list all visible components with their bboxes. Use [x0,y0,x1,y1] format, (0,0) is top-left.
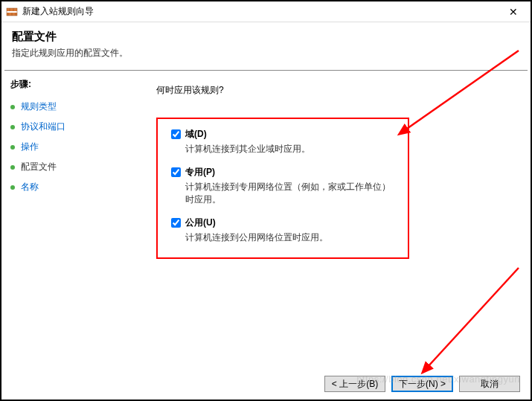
wizard-footer: < 上一步(B) 下一步(N) > 取消 [324,376,520,392]
option-domain-row[interactable]: 域(D) [171,128,394,141]
step-label: 配置文件 [21,161,57,173]
step-label: 操作 [21,141,39,153]
step-label: 协议和端口 [21,121,65,133]
options-highlight-box: 域(D) 计算机连接到其企业域时应用。 专用(P) 计算机连接到专用网络位置（例… [156,118,409,259]
svg-rect-0 [7,8,17,11]
page-title: 配置文件 [12,30,520,44]
checkbox-public[interactable] [171,218,181,228]
wizard-window: 新建入站规则向导 ✕ 配置文件 指定此规则应用的配置文件。 步骤: 规则类型 协… [0,0,532,401]
window-title: 新建入站规则向导 [22,5,501,18]
step-action[interactable]: 操作 [10,137,135,157]
option-public-row[interactable]: 公用(U) [171,216,394,229]
option-public: 公用(U) 计算机连接到公用网络位置时应用。 [171,216,394,244]
close-button[interactable]: ✕ [501,2,526,22]
prompt-text: 何时应用该规则? [156,84,516,97]
next-button[interactable]: 下一步(N) > [391,376,453,392]
steps-title: 步骤: [10,78,135,91]
step-protocol-port[interactable]: 协议和端口 [10,117,135,137]
wizard-header: 配置文件 指定此规则应用的配置文件。 [1,22,531,70]
checkbox-private[interactable] [171,167,181,177]
step-rule-type[interactable]: 规则类型 [10,97,135,117]
close-icon: ✕ [509,6,518,18]
back-button[interactable]: < 上一步(B) [324,376,385,392]
option-private-row[interactable]: 专用(P) [171,166,394,179]
option-domain: 域(D) 计算机连接到其企业域时应用。 [171,128,394,155]
bullet-icon [10,145,15,150]
bullet-icon [10,105,15,109]
checkbox-domain[interactable] [171,129,181,139]
step-profile[interactable]: 配置文件 [10,157,135,177]
firewall-icon [6,6,18,18]
bullet-icon [10,185,15,190]
titlebar: 新建入站规则向导 ✕ [1,1,531,22]
step-label: 规则类型 [21,100,57,113]
option-public-desc: 计算机连接到公用网络位置时应用。 [185,231,394,244]
option-domain-label: 域(D) [185,128,207,141]
option-private-label: 专用(P) [185,166,215,179]
step-label: 名称 [21,181,39,193]
option-private-desc: 计算机连接到专用网络位置（例如，家或工作单位）时应用。 [185,181,394,206]
page-subtitle: 指定此规则应用的配置文件。 [12,47,520,60]
main-panel: 何时应用该规则? 域(D) 计算机连接到其企业域时应用。 专用(P) 计算机连接… [144,71,531,368]
bullet-icon [10,125,15,129]
steps-sidebar: 步骤: 规则类型 协议和端口 操作 配置文件 名称 [1,71,144,368]
cancel-button[interactable]: 取消 [459,376,520,392]
option-domain-desc: 计算机连接到其企业域时应用。 [185,143,394,155]
wizard-body: 步骤: 规则类型 协议和端口 操作 配置文件 名称 何时 [1,71,531,368]
bullet-icon [10,165,15,170]
option-public-label: 公用(U) [185,216,216,229]
option-private: 专用(P) 计算机连接到专用网络位置（例如，家或工作单位）时应用。 [171,166,394,206]
step-name[interactable]: 名称 [10,177,135,197]
